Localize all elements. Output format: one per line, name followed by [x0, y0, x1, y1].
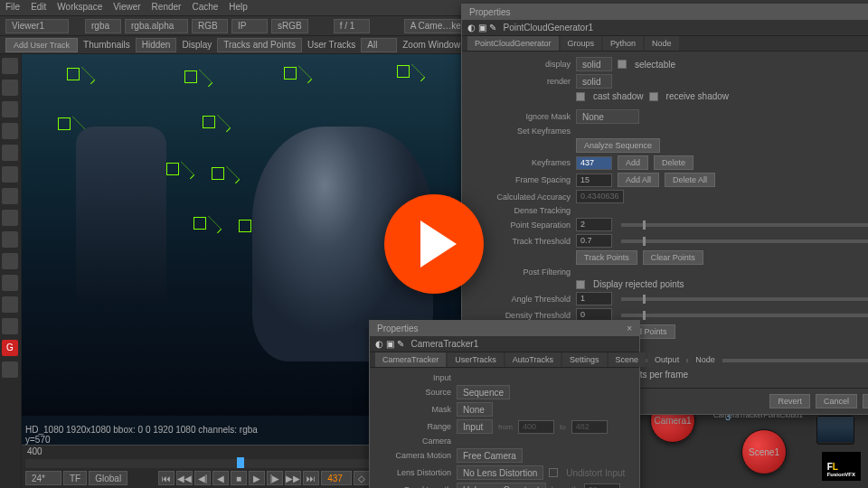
stop-icon[interactable]: ■ — [231, 471, 247, 485]
range-sel[interactable]: Input — [457, 419, 493, 434]
node-scene1[interactable]: Scene1 — [741, 429, 787, 474]
tf-field[interactable]: TF — [63, 471, 87, 485]
track-marker[interactable] — [239, 220, 251, 232]
tab-main[interactable]: PointCloudGenerator — [467, 36, 559, 51]
tab-node[interactable]: Node — [645, 36, 679, 51]
analyze-button[interactable]: Analyze Sequence — [576, 138, 660, 153]
menu-file[interactable]: File — [5, 2, 20, 14]
angle-slider[interactable] — [621, 297, 868, 301]
goto-end-icon[interactable]: ⏭ — [303, 471, 319, 485]
channel-rgba[interactable]: rgba — [85, 19, 121, 33]
track-marker[interactable] — [397, 65, 410, 78]
track-marker[interactable] — [193, 217, 206, 230]
track-marker[interactable] — [184, 70, 197, 83]
trackthr-slider[interactable] — [621, 239, 868, 243]
source-sel[interactable]: Sequence — [457, 385, 510, 399]
play-rev-icon[interactable]: ◀ — [212, 471, 229, 485]
tool-bezier-icon[interactable] — [2, 188, 18, 204]
fps-field[interactable]: 24* — [25, 471, 61, 485]
step-fwd-icon[interactable]: ▶▶ — [285, 471, 301, 485]
delall-button[interactable]: Delete All — [665, 173, 715, 187]
trackthr-field[interactable]: 0.7 — [576, 234, 612, 248]
add-user-track-button[interactable]: Add User Track — [5, 38, 78, 52]
undist-chk[interactable] — [549, 468, 558, 477]
next-frame-icon[interactable]: |▶ — [267, 471, 283, 485]
utracks-mode[interactable]: All — [361, 38, 397, 52]
tab-at[interactable]: AutoTracks — [505, 352, 561, 367]
tab-scene[interactable]: Scene — [609, 352, 646, 367]
trackpts-button[interactable]: Track Points — [576, 250, 637, 265]
ptsep-field[interactable]: 2 — [576, 218, 612, 231]
density-slider[interactable] — [621, 314, 868, 317]
track-marker[interactable] — [166, 163, 179, 175]
tool-remove-icon[interactable] — [2, 253, 18, 269]
menu-cache[interactable]: Cache — [192, 2, 218, 14]
add-key-button[interactable]: Add — [618, 155, 648, 170]
tool-select-icon[interactable] — [2, 58, 18, 74]
tool-zoom-icon[interactable] — [2, 101, 18, 117]
track-marker[interactable] — [212, 167, 224, 180]
tool-addpoint-icon[interactable] — [2, 231, 18, 248]
channel-alpha[interactable]: rgba.alpha — [125, 19, 188, 33]
thumbs-mode[interactable]: Hidden — [136, 38, 177, 52]
mask-sel2[interactable]: None — [457, 402, 493, 417]
menu-viewer[interactable]: Viewer — [113, 2, 140, 14]
close-icon[interactable]: × — [627, 324, 632, 333]
zoom-fit[interactable]: f / 1 — [334, 19, 370, 33]
menu-render[interactable]: Render — [152, 2, 182, 14]
disprej-chk[interactable] — [576, 280, 585, 289]
prev-frame-icon[interactable]: ◀| — [194, 471, 211, 485]
ip-toggle[interactable]: IP — [231, 19, 268, 33]
ptsep-slider[interactable] — [621, 223, 868, 227]
focal-sel[interactable]: Unknown Constant — [457, 483, 546, 488]
menu-help[interactable]: Help — [229, 2, 248, 14]
tab-groups[interactable]: Groups — [561, 36, 602, 51]
menu-edit[interactable]: Edit — [31, 2, 46, 14]
tab-out[interactable]: Output — [647, 352, 686, 367]
del-key-button[interactable]: Delete — [654, 155, 693, 170]
goto-start-icon[interactable]: ⏮ — [158, 471, 175, 485]
castshadow-chk[interactable] — [576, 92, 585, 101]
tab-ut[interactable]: UserTracks — [448, 352, 504, 367]
render-sel[interactable]: solid — [576, 74, 612, 89]
addall-button[interactable]: Add All — [618, 173, 659, 187]
tool-pan-icon[interactable] — [2, 80, 18, 96]
tool-ellipse-icon[interactable] — [2, 166, 18, 183]
tool-g-icon[interactable]: G — [2, 340, 18, 356]
tool-crosshair-icon[interactable] — [2, 275, 18, 291]
tool-bspline-icon[interactable] — [2, 210, 18, 226]
color-rgb[interactable]: RGB — [192, 19, 228, 33]
track-marker[interactable] — [58, 117, 71, 130]
clearpts-button[interactable]: Clear Points — [643, 250, 703, 265]
tab-python[interactable]: Python — [603, 36, 643, 51]
current-frame[interactable]: 437 — [321, 471, 352, 485]
key-prev-icon[interactable]: ◇ — [354, 471, 370, 485]
colorspace[interactable]: sRGB — [271, 19, 308, 33]
recvshadow-chk[interactable] — [649, 92, 658, 101]
display-mode[interactable]: Tracks and Points — [217, 38, 302, 52]
tool-roto-icon[interactable] — [2, 123, 18, 139]
display-sel[interactable]: solid — [576, 57, 612, 71]
tool-wrench-icon[interactable] — [2, 318, 18, 334]
selectable-chk[interactable] — [618, 60, 627, 69]
video-play-overlay[interactable] — [384, 194, 484, 294]
tool-brush-icon[interactable] — [2, 296, 18, 313]
tab-set[interactable]: Settings — [562, 352, 607, 367]
menu-workspace[interactable]: Workspace — [57, 2, 102, 14]
close-button[interactable]: Close — [863, 394, 868, 408]
track-marker[interactable] — [67, 68, 80, 80]
range-mode[interactable]: Global — [89, 471, 127, 485]
motion-sel[interactable]: Free Camera — [457, 448, 523, 463]
keyframes-field[interactable]: 437 — [576, 156, 612, 170]
angle-field[interactable]: 1 — [576, 292, 612, 305]
tab-node2[interactable]: Node — [688, 352, 722, 367]
tool-rect-icon[interactable] — [2, 145, 18, 161]
tool-dot-icon[interactable] — [2, 361, 18, 378]
step-back-icon[interactable]: ◀◀ — [176, 471, 193, 485]
cancel-button[interactable]: Cancel — [816, 394, 857, 408]
node-thumb2[interactable] — [816, 416, 854, 445]
track-marker[interactable] — [203, 116, 215, 128]
play-fwd-icon[interactable]: ▶ — [249, 471, 265, 485]
viewer-select[interactable]: Viewer1 — [5, 19, 69, 33]
tab-ct[interactable]: CameraTracker — [375, 352, 446, 367]
